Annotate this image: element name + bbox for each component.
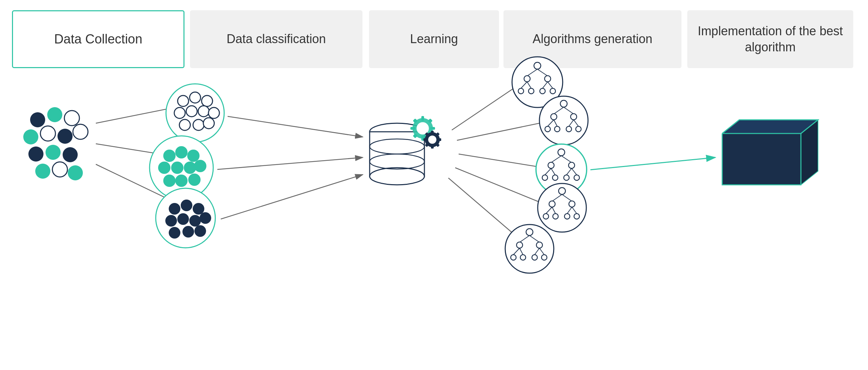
svg-line-51 [217, 157, 363, 169]
header-learning-label: Learning [410, 31, 458, 47]
header-implementation-label: Implementation of the best algorithm [693, 23, 848, 55]
svg-point-43 [165, 215, 177, 227]
svg-rect-62 [410, 127, 415, 130]
svg-point-11 [52, 162, 67, 177]
svg-line-79 [457, 122, 548, 140]
svg-point-69 [428, 136, 436, 144]
svg-point-96 [550, 88, 556, 94]
svg-point-152 [541, 255, 547, 260]
svg-point-26 [193, 119, 204, 130]
svg-point-144 [536, 242, 542, 248]
header-data-collection: Data Collection [12, 10, 184, 68]
svg-rect-72 [423, 138, 427, 141]
svg-point-10 [35, 164, 50, 179]
svg-point-121 [542, 175, 548, 180]
svg-point-33 [171, 162, 183, 174]
svg-point-23 [198, 106, 209, 117]
svg-marker-155 [722, 133, 801, 185]
svg-point-136 [553, 214, 558, 219]
svg-rect-70 [431, 131, 434, 135]
svg-point-32 [158, 162, 170, 174]
svg-point-101 [551, 114, 557, 120]
svg-line-153 [590, 157, 715, 170]
svg-point-44 [177, 213, 189, 225]
svg-point-93 [518, 88, 524, 94]
svg-point-1 [47, 107, 62, 122]
svg-line-50 [228, 116, 363, 137]
implementation-box [712, 103, 828, 199]
svg-point-4 [40, 126, 55, 141]
svg-point-143 [516, 242, 523, 248]
svg-point-116 [569, 162, 575, 168]
svg-point-138 [574, 214, 579, 219]
svg-point-95 [540, 88, 545, 94]
svg-point-6 [73, 124, 88, 139]
svg-point-110 [576, 126, 581, 132]
svg-point-107 [545, 126, 550, 132]
svg-rect-71 [431, 145, 434, 149]
svg-point-151 [532, 255, 537, 260]
svg-point-112 [558, 149, 565, 156]
svg-point-94 [528, 88, 534, 94]
svg-point-38 [188, 174, 201, 186]
classification-circle-bottom [154, 187, 217, 250]
svg-point-47 [169, 227, 180, 239]
svg-point-149 [511, 255, 516, 260]
svg-rect-60 [421, 116, 424, 121]
svg-point-41 [181, 200, 192, 211]
header-data-classification: Data classification [190, 10, 362, 68]
svg-point-137 [564, 214, 570, 219]
svg-point-49 [194, 225, 206, 237]
svg-point-46 [200, 212, 211, 224]
svg-point-27 [203, 118, 214, 129]
svg-point-123 [564, 175, 569, 180]
svg-point-20 [202, 95, 213, 106]
svg-point-21 [174, 107, 185, 118]
svg-point-31 [187, 150, 200, 162]
svg-point-35 [194, 160, 206, 172]
header-implementation: Implementation of the best algorithm [687, 10, 853, 68]
algo-circle-5 [503, 222, 556, 276]
header-algorithms-label: Algorithms generation [533, 31, 652, 47]
header-learning: Learning [369, 10, 499, 68]
svg-point-37 [175, 175, 188, 187]
svg-point-135 [543, 214, 549, 219]
svg-point-124 [574, 175, 579, 180]
dots-cluster [17, 99, 96, 199]
svg-point-34 [184, 162, 196, 174]
header-data-collection-label: Data Collection [54, 31, 142, 48]
svg-point-55 [370, 168, 424, 185]
svg-point-36 [163, 175, 176, 187]
svg-line-80 [459, 154, 544, 168]
svg-point-40 [169, 203, 180, 215]
svg-point-84 [534, 62, 541, 69]
svg-point-126 [559, 188, 565, 194]
svg-point-150 [520, 255, 526, 260]
svg-point-30 [175, 146, 188, 158]
algo-circle-2 [537, 94, 590, 147]
svg-point-42 [193, 203, 204, 215]
svg-point-7 [28, 146, 43, 162]
svg-point-18 [178, 95, 189, 106]
svg-point-130 [569, 201, 575, 207]
svg-point-5 [58, 129, 73, 144]
svg-point-29 [163, 150, 176, 162]
svg-point-22 [186, 106, 197, 117]
svg-point-98 [560, 100, 567, 107]
database-gears [356, 96, 459, 205]
svg-point-140 [526, 229, 533, 235]
svg-point-2 [64, 111, 79, 126]
svg-point-45 [189, 215, 201, 227]
svg-point-108 [554, 126, 560, 132]
svg-point-25 [179, 119, 190, 130]
svg-point-19 [190, 92, 201, 103]
svg-point-102 [571, 114, 577, 120]
svg-point-9 [63, 147, 78, 162]
svg-point-0 [30, 112, 45, 127]
svg-point-12 [68, 165, 83, 180]
svg-point-115 [548, 162, 554, 168]
svg-line-52 [221, 175, 363, 219]
header-data-classification-label: Data classification [227, 31, 326, 47]
svg-point-129 [549, 201, 555, 207]
svg-point-24 [208, 107, 219, 118]
